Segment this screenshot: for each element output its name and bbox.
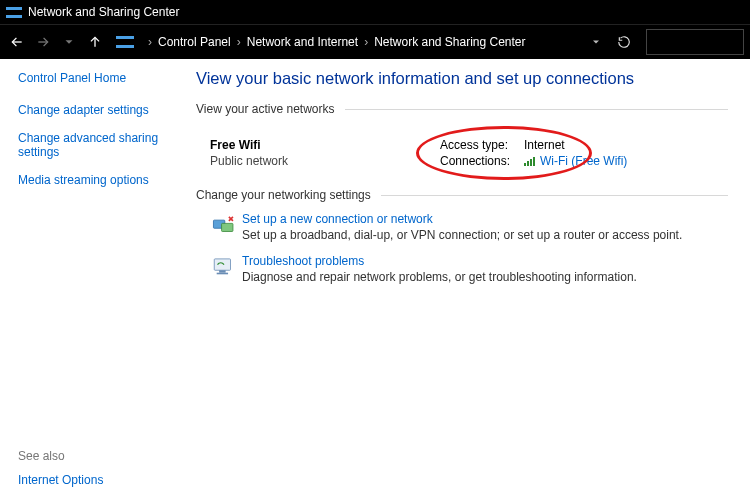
see-also: See also Internet Options xyxy=(18,449,103,487)
svg-rect-3 xyxy=(219,270,226,272)
location-icon xyxy=(116,33,134,51)
task-setup-connection: Set up a new connection or network Set u… xyxy=(206,212,728,242)
crumb-2[interactable]: Network and Sharing Center xyxy=(374,35,525,49)
active-networks-group: View your active networks Free Wifi Publ… xyxy=(196,102,728,170)
access-type-value: Internet xyxy=(524,138,565,152)
crumb-0[interactable]: Control Panel xyxy=(158,35,231,49)
network-summary: Free Wifi Public network xyxy=(196,138,440,170)
access-type-label: Access type: xyxy=(440,138,524,152)
connections-label: Connections: xyxy=(440,154,524,168)
sidebar-item-media[interactable]: Media streaming options xyxy=(18,173,178,187)
search-input[interactable] xyxy=(646,29,744,55)
see-also-internet-options[interactable]: Internet Options xyxy=(18,473,103,487)
app-icon xyxy=(6,4,22,20)
setup-connection-icon xyxy=(206,212,242,242)
task-setup-connection-desc: Set up a broadband, dial-up, or VPN conn… xyxy=(242,228,682,242)
chevron-right-icon: › xyxy=(364,35,368,49)
forward-button[interactable] xyxy=(32,31,54,53)
content-area: Control Panel Home Change adapter settin… xyxy=(0,59,750,500)
network-name: Free Wifi xyxy=(210,138,440,152)
svg-rect-2 xyxy=(214,259,230,270)
active-networks-header: View your active networks xyxy=(196,102,335,116)
wifi-signal-icon xyxy=(524,156,536,166)
recent-dropdown-icon[interactable] xyxy=(58,31,80,53)
sidebar: Control Panel Home Change adapter settin… xyxy=(0,59,190,500)
window-title: Network and Sharing Center xyxy=(28,5,179,19)
network-type: Public network xyxy=(210,154,440,168)
see-also-header: See also xyxy=(18,449,103,463)
task-troubleshoot-link[interactable]: Troubleshoot problems xyxy=(242,254,637,268)
wifi-connection-link[interactable]: Wi-Fi (Free Wifi) xyxy=(540,154,627,168)
task-troubleshoot: Troubleshoot problems Diagnose and repai… xyxy=(206,254,728,284)
network-details: Access type: Internet Connections: Wi-Fi… xyxy=(440,138,627,170)
page-title: View your basic network information and … xyxy=(196,69,728,88)
up-button[interactable] xyxy=(84,31,106,53)
troubleshoot-icon xyxy=(206,254,242,284)
refresh-button[interactable] xyxy=(614,32,634,52)
sidebar-home[interactable]: Control Panel Home xyxy=(18,71,178,85)
address-dropdown-icon[interactable] xyxy=(586,32,606,52)
divider xyxy=(381,195,728,196)
change-settings-header: Change your networking settings xyxy=(196,188,371,202)
chevron-right-icon: › xyxy=(237,35,241,49)
breadcrumb[interactable]: › Control Panel › Network and Internet ›… xyxy=(142,35,526,49)
title-bar: Network and Sharing Center xyxy=(0,0,750,24)
svg-rect-1 xyxy=(222,223,233,231)
main-panel: View your basic network information and … xyxy=(190,59,750,500)
task-troubleshoot-desc: Diagnose and repair network problems, or… xyxy=(242,270,637,284)
svg-rect-4 xyxy=(217,273,228,275)
nav-bar: › Control Panel › Network and Internet ›… xyxy=(0,24,750,59)
chevron-right-icon: › xyxy=(148,35,152,49)
change-settings-group: Change your networking settings Set up a… xyxy=(196,188,728,284)
divider xyxy=(345,109,728,110)
back-button[interactable] xyxy=(6,31,28,53)
sidebar-item-sharing[interactable]: Change advanced sharing settings xyxy=(18,131,178,159)
task-setup-connection-link[interactable]: Set up a new connection or network xyxy=(242,212,682,226)
sidebar-item-adapter[interactable]: Change adapter settings xyxy=(18,103,178,117)
crumb-1[interactable]: Network and Internet xyxy=(247,35,358,49)
